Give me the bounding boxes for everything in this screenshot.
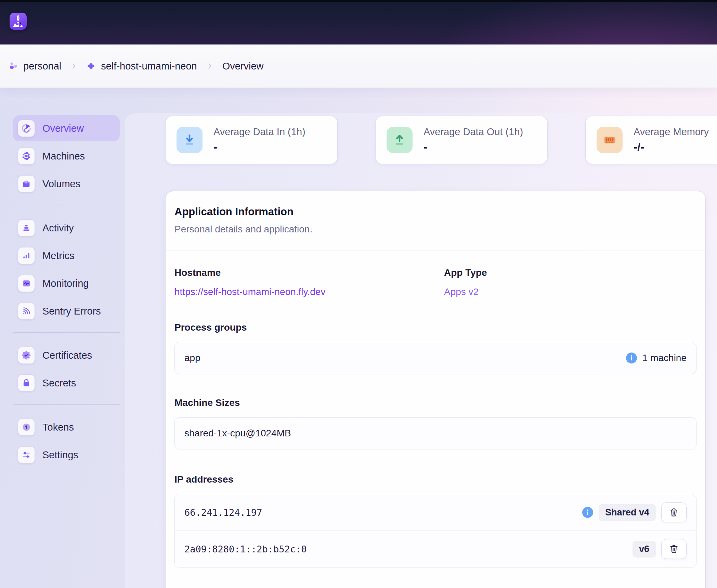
sidebar-item-settings[interactable]: Settings — [13, 442, 120, 468]
package-icon — [18, 175, 35, 192]
sidebar-nav: Overview Machines Volumes — [13, 115, 120, 470]
section-divider — [166, 251, 705, 251]
keyhole-icon — [18, 419, 35, 436]
ip-addresses-box: 66.241.124.197 Shared v4 — [174, 494, 696, 567]
hostname-label: Hostname — [174, 267, 444, 278]
breadcrumb-org[interactable]: personal — [9, 61, 61, 72]
sidebar-item-tokens[interactable]: Tokens — [13, 414, 120, 440]
sidebar-item-metrics[interactable]: Metrics — [13, 243, 120, 269]
ip-address-v4: 66.241.124.197 — [184, 507, 262, 518]
breadcrumb-app[interactable]: self-host-umami-neon — [87, 61, 197, 72]
chevron-right-icon — [206, 62, 213, 70]
app-type-label: App Type — [444, 267, 696, 278]
hostname-field: Hostname https://self-host-umami-neon.fl… — [174, 267, 444, 297]
sidebar-item-certificates[interactable]: Certificates — [13, 342, 120, 368]
process-groups-box: app 1 machine — [174, 342, 696, 374]
machine-count-label: 1 machine — [642, 353, 687, 363]
breadcrumb-app-label: self-host-umami-neon — [101, 61, 197, 72]
sidebar-divider — [13, 332, 120, 333]
breadcrumb-page[interactable]: Overview — [222, 61, 264, 72]
sidebar-item-label: Overview — [42, 123, 84, 134]
stat-value: - — [423, 141, 523, 154]
layers-icon — [18, 219, 35, 237]
org-dots-icon — [9, 62, 18, 71]
chevron-right-icon — [70, 62, 78, 70]
delete-ip-button[interactable] — [661, 502, 687, 522]
sidebar-item-label: Settings — [42, 449, 78, 461]
sidebar-item-volumes[interactable]: Volumes — [13, 171, 120, 197]
app-type-field: App Type Apps v2 — [444, 267, 696, 297]
section-subtitle: Personal details and application. — [174, 224, 696, 235]
sidebar-item-label: Metrics — [42, 250, 74, 261]
badge-check-icon — [18, 347, 35, 364]
hostname-link[interactable]: https://self-host-umami-neon.fly.dev — [174, 286, 444, 297]
sidebar-item-label: Machines — [42, 151, 85, 162]
ip-type-badge: v6 — [633, 541, 656, 558]
sidebar-item-activity[interactable]: Activity — [13, 215, 120, 241]
app-type-value[interactable]: Apps v2 — [444, 286, 696, 297]
sidebar-divider — [13, 404, 120, 405]
trash-icon — [669, 544, 679, 554]
balloon-icon — [10, 13, 27, 30]
cpu-chip-icon — [18, 148, 35, 165]
stat-card-data-out: Average Data Out (1h) - — [375, 116, 548, 164]
stat-label: Average Memory — [634, 126, 709, 138]
section-title: Application Information — [174, 206, 696, 218]
lock-icon — [18, 374, 35, 392]
machine-size-row: shared-1x-cpu@1024MB — [175, 418, 696, 449]
stats-row: Average Data In (1h) - Average Data Out … — [165, 116, 717, 164]
info-icon[interactable] — [582, 507, 593, 518]
process-group-row: app 1 machine — [175, 342, 696, 374]
sidebar-item-label: Activity — [42, 222, 74, 234]
breadcrumb-page-label: Overview — [222, 61, 264, 72]
process-groups-label: Process groups — [174, 322, 696, 333]
sidebar-item-machines[interactable]: Machines — [13, 143, 120, 169]
sidebar-item-monitoring[interactable]: Monitoring — [13, 270, 120, 296]
stat-label: Average Data Out (1h) — [423, 126, 523, 138]
sidebar-item-secrets[interactable]: Secrets — [13, 370, 120, 396]
trash-icon — [669, 507, 679, 517]
sidebar-item-label: Monitoring — [42, 278, 89, 289]
top-app-bar — [0, 0, 717, 44]
fly-logo[interactable] — [10, 13, 27, 30]
sentry-icon — [18, 303, 35, 320]
process-group-name: app — [184, 353, 200, 363]
machine-count: 1 machine — [626, 353, 687, 363]
sidebar-item-sentry-errors[interactable]: Sentry Errors — [13, 298, 120, 324]
sparkle-icon — [87, 62, 95, 71]
sidebar-item-label: Secrets — [42, 378, 76, 389]
sidebar-item-label: Tokens — [42, 422, 74, 433]
stat-card-data-in: Average Data In (1h) - — [165, 116, 338, 164]
sidebar-item-overview[interactable]: Overview — [13, 115, 120, 141]
sliders-icon — [18, 446, 35, 463]
machine-size-value: shared-1x-cpu@1024MB — [184, 428, 291, 439]
machine-sizes-box: shared-1x-cpu@1024MB — [174, 417, 696, 449]
download-icon — [177, 127, 203, 153]
ip-row-v6: 2a09:8280:1::2b:b52c:0 v6 — [175, 531, 696, 567]
ip-addresses-label: IP addresses — [174, 474, 696, 485]
stat-label: Average Data In (1h) — [213, 126, 305, 138]
stat-value: - — [213, 141, 305, 154]
sidebar-item-label: Certificates — [42, 350, 92, 361]
sidebar-divider — [13, 205, 120, 205]
ip-row-v4: 66.241.124.197 Shared v4 — [175, 494, 696, 531]
breadcrumb: personal self-host-umami-neon Overview — [0, 44, 717, 88]
bar-chart-icon — [18, 247, 35, 264]
delete-ip-button[interactable] — [661, 539, 687, 559]
memory-icon — [597, 127, 623, 153]
pulse-icon — [18, 275, 35, 292]
stat-value: -/- — [634, 141, 709, 154]
stat-card-memory: Average Memory -/- — [585, 116, 717, 164]
sidebar-item-label: Volumes — [42, 178, 80, 190]
breadcrumb-org-label: personal — [23, 61, 61, 72]
machine-sizes-label: Machine Sizes — [174, 397, 696, 408]
ip-address-v6: 2a09:8280:1::2b:b52c:0 — [184, 544, 307, 554]
sidebar-item-label: Sentry Errors — [42, 306, 101, 317]
upload-icon — [387, 127, 413, 153]
pie-chart-icon — [18, 120, 35, 137]
hostname-apptype-row: Hostname https://self-host-umami-neon.fl… — [174, 267, 696, 297]
ip-type-badge: Shared v4 — [599, 504, 656, 521]
application-information-header: Application Information Personal details… — [166, 191, 705, 251]
info-icon[interactable] — [626, 353, 637, 363]
application-information-card: Application Information Personal details… — [165, 191, 706, 588]
